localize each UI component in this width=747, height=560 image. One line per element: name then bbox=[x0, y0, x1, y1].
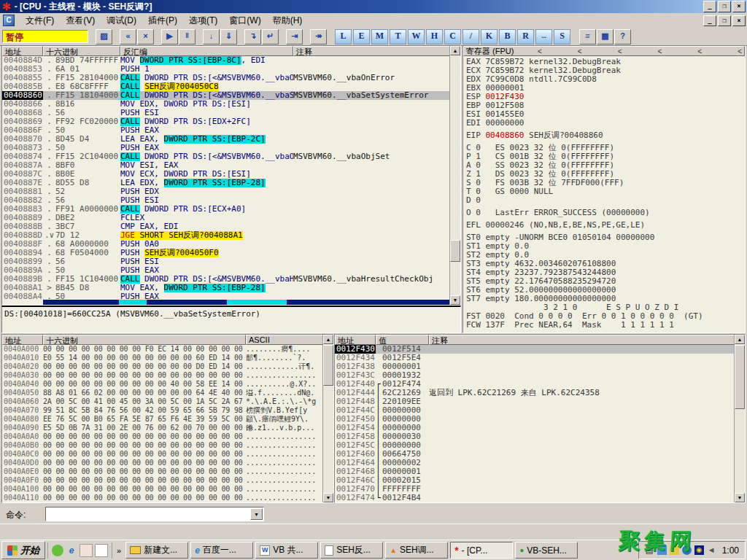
disasm-row[interactable]: 00408869.FF92 FC020000CALL DWORD PTR DS:… bbox=[2, 117, 450, 126]
register-line[interactable]: O 0 LastErr ERROR_SUCCESS (00000000) bbox=[463, 209, 745, 217]
taskbar-task[interactable]: 新建文... bbox=[125, 542, 188, 559]
child-close-button[interactable]: × bbox=[732, 15, 746, 26]
dump-row[interactable]: 0040A10000 00 00 00 00 00 00 00 00 00 00… bbox=[2, 485, 323, 494]
menu-item[interactable]: 文件(F) bbox=[20, 13, 60, 28]
stack-row[interactable]: 0012F4300012F514 bbox=[335, 345, 735, 354]
dump-row[interactable]: 0040A010E0 55 14 00 00 00 00 00 00 00 00… bbox=[2, 354, 323, 362]
menu-item[interactable]: 插件(P) bbox=[142, 13, 183, 28]
registers-scroll-arrow[interactable]: < bbox=[578, 47, 582, 55]
ie-quicklaunch-icon[interactable]: e bbox=[66, 545, 77, 556]
disasm-row[interactable]: 00408855.FF15 28104000CALL DWORD PTR DS:… bbox=[2, 74, 450, 82]
disasm-row[interactable]: 0040887C.8B0EMOV ECX, DWORD PTR DS:[ESI] bbox=[2, 170, 450, 179]
register-line[interactable]: D 0 bbox=[463, 196, 745, 205]
dump-row[interactable]: 0040A0602A 00 5C 00 41 00 45 00 3A 00 5C… bbox=[2, 397, 323, 406]
menu-item[interactable]: 帮助(H) bbox=[267, 13, 309, 28]
image-quicklaunch-icon[interactable] bbox=[80, 544, 93, 557]
stack-col-address[interactable]: 地址 bbox=[335, 335, 376, 345]
stack-row[interactable]: 0012F440┌0012F474 bbox=[335, 380, 735, 389]
scroll-thumb[interactable] bbox=[450, 240, 460, 262]
letter-button-C[interactable]: C bbox=[444, 29, 461, 44]
letter-button-B[interactable]: B bbox=[499, 29, 516, 44]
letter-button-W[interactable]: W bbox=[408, 29, 425, 44]
help-icon[interactable]: ? bbox=[614, 29, 631, 44]
messenger-quicklaunch-icon[interactable] bbox=[52, 545, 63, 556]
disasm-row[interactable]: 00408882.56PUSH ESI bbox=[2, 196, 450, 205]
letter-button-E[interactable]: E bbox=[353, 29, 370, 44]
close-program-icon[interactable]: × bbox=[137, 29, 154, 44]
letter-button-H[interactable]: H bbox=[426, 29, 443, 44]
letter-button-R[interactable]: R bbox=[517, 29, 534, 44]
scroll-down-icon[interactable]: ▼ bbox=[323, 493, 333, 502]
disasm-row[interactable]: 00408870.8D45 D4LEA EAX, DWORD PTR SS:[E… bbox=[2, 135, 450, 144]
disasm-row[interactable]: 0040889B.FF15 1C104000CALL DWORD PTR DS:… bbox=[2, 275, 450, 284]
chevron-icon[interactable]: » bbox=[115, 546, 123, 555]
animate-over-icon[interactable]: ↵ bbox=[262, 29, 279, 44]
stack-scrollbar[interactable]: ▲ ▼ bbox=[734, 335, 745, 502]
dump-row[interactable]: 0040A0B000 00 00 00 00 00 00 00 00 00 00… bbox=[2, 441, 323, 450]
disasm-row[interactable]: 00408853.6A 01PUSH 1 bbox=[2, 65, 450, 74]
disasm-row[interactable]: 00408868.56PUSH ESI bbox=[2, 109, 450, 117]
disasm-row[interactable]: 0040888B.3BC7CMP EAX, EDI bbox=[2, 222, 450, 231]
pause-icon[interactable]: ‖ bbox=[179, 29, 196, 44]
col-hex[interactable]: 十六进制 bbox=[43, 46, 120, 56]
disasm-row[interactable]: 0040889A.50PUSH EAX bbox=[2, 266, 450, 275]
restore-button[interactable]: ❐ bbox=[718, 1, 731, 12]
disasm-row[interactable]: 0040887A.8BF0MOV ESI, EAX bbox=[2, 161, 450, 170]
goto-user-code-icon[interactable]: ↠ bbox=[310, 29, 327, 44]
command-input[interactable]: ▼ bbox=[45, 507, 264, 521]
taskbar-task[interactable]: e百度一... bbox=[190, 542, 253, 559]
stack-row[interactable]: 0012F470│FFFFFFFF bbox=[335, 485, 735, 494]
register-line[interactable]: EFL 00000246 (NO,NB,E,BE,NS,PE,GE,LE) bbox=[463, 221, 745, 230]
disasm-row[interactable]: 00408873.50PUSH EAX bbox=[2, 144, 450, 152]
scroll-up-icon[interactable]: ▲ bbox=[450, 46, 460, 55]
clock[interactable]: 1:00 bbox=[722, 545, 739, 556]
registers-scroll-arrow[interactable]: < bbox=[618, 47, 622, 55]
disassembly-scrollbar[interactable]: ▲ ▼ bbox=[449, 46, 460, 305]
registers-scroll-arrow[interactable]: < bbox=[538, 47, 542, 55]
register-line[interactable]: EDI 00000000 bbox=[463, 119, 745, 128]
dump-row[interactable]: 0040A00000 00 00 00 00 00 00 00 F0 EC 14… bbox=[2, 345, 323, 354]
disasm-row[interactable]: 00408889.DBE2FCLEX bbox=[2, 214, 450, 222]
disasm-row[interactable]: 0040886F.50PUSH EAX bbox=[2, 126, 450, 135]
dump-col-hex[interactable]: 十六进制 bbox=[43, 335, 246, 345]
dump-scrollbar[interactable]: ▲ ▼ bbox=[322, 335, 333, 502]
letter-button-xxx[interactable]: ... bbox=[535, 29, 552, 44]
letter-button-T[interactable]: T bbox=[390, 29, 406, 44]
taskbar-task[interactable]: *- [CP... bbox=[450, 542, 513, 559]
disasm-row[interactable]: 00408874.FF15 2C104000CALL DWORD PTR DS:… bbox=[2, 152, 450, 161]
stack-row[interactable]: 0012F460│00664750 bbox=[335, 450, 735, 459]
letter-button-M[interactable]: M bbox=[371, 29, 388, 44]
letter-button-S[interactable]: S bbox=[554, 29, 570, 44]
exec-till-return-icon[interactable]: ⇥ bbox=[286, 29, 303, 44]
stack-row[interactable]: 0012F468│00000001 bbox=[335, 467, 735, 476]
dump-row[interactable]: 0040A05088 A8 01 66 02 00 00 00 00 00 00… bbox=[2, 389, 323, 397]
scroll-down-icon[interactable]: ▼ bbox=[450, 295, 460, 305]
stack-col-comment[interactable]: 注释 bbox=[429, 335, 735, 345]
log-window-icon[interactable]: ≡ bbox=[579, 29, 596, 44]
dump-col-ascii[interactable]: ASCII bbox=[246, 335, 323, 345]
scroll-up-icon[interactable]: ▲ bbox=[323, 335, 333, 344]
register-line[interactable]: FCW 137F Prec NEAR,64 Mask 1 1 1 1 1 1 bbox=[463, 321, 745, 330]
animate-into-icon[interactable]: ↴ bbox=[244, 29, 261, 44]
volume-tray-icon[interactable]: ◄ bbox=[707, 545, 716, 555]
disasm-row[interactable]: 00408899.56PUSH ESI bbox=[2, 257, 450, 266]
letter-button-L[interactable]: L bbox=[335, 29, 352, 44]
stack-row[interactable]: 0012F474└0012F4B4 bbox=[335, 494, 735, 502]
dump-row[interactable]: 0040A0F000 00 00 00 00 00 00 00 00 00 00… bbox=[2, 476, 323, 485]
disasm-row[interactable]: 00408866.8B16MOV EDX, DWORD PTR DS:[ESI] bbox=[2, 100, 450, 109]
col-disasm[interactable]: 反汇编 bbox=[120, 46, 293, 56]
disasm-row[interactable]: 00408894.68 F0504000PUSH SEH反调?004050F0 bbox=[2, 249, 450, 257]
disasm-row[interactable]: 004088A1>8B45 D8MOV EAX, DWORD PTR SS:[E… bbox=[2, 284, 450, 292]
disassembly-row-partial[interactable] bbox=[43, 300, 450, 305]
restart-icon[interactable]: « bbox=[120, 29, 136, 44]
stack-row[interactable]: 0012F44C│00000000 bbox=[335, 406, 735, 415]
stack-row[interactable]: 0012F458│00000030 bbox=[335, 432, 735, 441]
registers-scroll-arrow[interactable]: < bbox=[657, 47, 662, 55]
letter-button-K[interactable]: K bbox=[481, 29, 498, 44]
menu-item[interactable]: 窗口(W) bbox=[223, 13, 266, 28]
dump-row[interactable]: 0040A0C000 00 00 00 00 00 00 00 00 00 00… bbox=[2, 450, 323, 459]
taskbar-task[interactable]: ●VB-SEH... bbox=[515, 542, 578, 559]
open-file-icon[interactable]: ▨ bbox=[96, 29, 112, 44]
combo-dropdown-icon[interactable]: ▼ bbox=[250, 508, 263, 520]
register-line[interactable]: EIP 00408860 SEH反调?00408860 bbox=[463, 131, 745, 140]
